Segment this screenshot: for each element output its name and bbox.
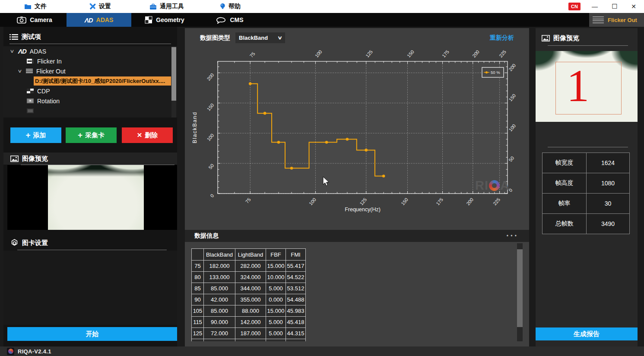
capture-card-button[interactable]: + 采集卡 [66, 127, 117, 143]
tree-item-flicker-out[interactable]: ∨ Flicker Out [3, 66, 177, 76]
col-header-lightband: LightBand [235, 249, 266, 261]
adas-logo-icon: ΛD [18, 48, 26, 55]
data-info-title: 数据信息 [194, 232, 219, 240]
menu-tools[interactable]: 通用工具 [149, 0, 184, 13]
tab-geometry[interactable]: Geometry [132, 13, 197, 27]
tab-adas[interactable]: ΛD ADAS [67, 13, 131, 27]
status-bar: RIQA-V2.4.1 [0, 346, 644, 356]
cell: 54.488 [286, 294, 306, 305]
menu-file[interactable]: 文件 [24, 0, 47, 13]
table-row[interactable]: 12572.000187.0005.00044.315 [192, 328, 306, 339]
menu-settings[interactable]: 设置 [89, 0, 111, 13]
cell: 355.000 [235, 294, 266, 305]
chart-settings-panel [3, 251, 177, 325]
tree-item-flicker-in[interactable]: Flicker In [3, 56, 177, 66]
table-row[interactable]: 9042.000355.0000.00054.488 [192, 294, 306, 305]
cell: 53.512 [286, 283, 306, 294]
tab-geometry-label: Geometry [156, 16, 184, 23]
cdp-icon [27, 89, 34, 93]
start-button[interactable]: 开始 [7, 327, 177, 341]
cell: 5.000 [266, 317, 286, 328]
help-icon [220, 3, 225, 10]
chart-settings-header: 图卡设置 [3, 237, 177, 249]
svg-text:Frequency(Hz): Frequency(Hz) [345, 207, 381, 213]
tree-item-adas[interactable]: ∨ ΛD ADAS [3, 46, 177, 56]
chart-controls: 数据图类型 BlackBand ∨ 重新分析 [185, 32, 529, 44]
detail-label: 帧宽度 [542, 153, 587, 173]
chevron-down-icon[interactable]: ∨ [9, 48, 16, 54]
detail-row: 总帧数 3490 [542, 214, 630, 234]
selected-path-chip[interactable]: D:/测试图/测试图卡/10_感知P2020/FlickerOut/xx.... [34, 76, 171, 86]
col-header [192, 249, 204, 261]
cell: 5.000 [266, 328, 286, 339]
image-preview-header: 图像预览 [3, 153, 177, 165]
menu-help[interactable]: 帮助 [220, 0, 241, 13]
tree-item-rotation-label: Rotation [37, 98, 60, 105]
more-options-icon[interactable]: • • • [507, 233, 517, 239]
chart-type-select[interactable]: BlackBand ∨ [235, 32, 285, 43]
divider [10, 44, 171, 44]
add-button[interactable]: + 添加 [10, 127, 61, 143]
minimize-button[interactable]: — [587, 0, 602, 13]
tree-item-partial[interactable] [3, 116, 177, 118]
chevron-down-icon[interactable]: ∨ [16, 68, 24, 74]
table-row[interactable]: 75182.000282.00015.00055.417 [192, 261, 306, 272]
table-row[interactable]: 11590.000142.0005.00045.418 [192, 317, 306, 328]
cell: 142.000 [235, 317, 266, 328]
delete-button[interactable]: ✕ 删除 [122, 127, 173, 143]
tab-camera-label: Camera [30, 16, 52, 23]
detail-value: 30 [587, 194, 630, 214]
cell: 90 [192, 294, 204, 305]
reanalyze-link[interactable]: 重新分析 [490, 34, 514, 42]
capture-card-button-label: 采集卡 [85, 131, 105, 140]
list-icon [10, 34, 18, 40]
table-row[interactable]: 10585.00088.00015.00045.983 [192, 305, 306, 317]
cell: 42.000 [204, 294, 235, 305]
cell: 80 [192, 272, 204, 283]
tree-item-selected-path[interactable]: D:/测试图/测试图卡/10_感知P2020/FlickerOut/xx.... [3, 76, 177, 86]
gear-icon [10, 239, 19, 247]
tree-scrollbar[interactable] [171, 46, 176, 118]
camera-icon [17, 16, 26, 24]
table-scrollbar[interactable] [517, 243, 523, 341]
riqa-q-logo [489, 180, 500, 191]
image-icon [542, 35, 550, 41]
table-row[interactable]: 80133.000324.00010.00054.522 [192, 272, 306, 283]
tree-item-moving[interactable] [3, 106, 177, 116]
folder-icon [24, 3, 32, 10]
detail-value: 1080 [587, 173, 630, 194]
tree-scrollbar-thumb[interactable] [171, 47, 176, 101]
menu-file-label: 文件 [35, 3, 47, 10]
cell: 105 [192, 305, 204, 317]
chevron-down-icon: ∨ [277, 35, 282, 41]
language-badge[interactable]: CN [568, 3, 581, 10]
maximize-button[interactable]: ☐ [607, 0, 622, 13]
frame-number: 1 [561, 60, 595, 111]
chart-canvas[interactable]: 7575100100125125150150175175200200225225… [185, 28, 529, 229]
right-preview-title: 图像预览 [553, 34, 579, 42]
cell: 125 [192, 328, 204, 339]
table-row[interactable]: 8585.000344.0005.00053.512 [192, 283, 306, 294]
plus-icon: + [25, 130, 30, 140]
right-panel: 图像预览 1 详细信息 帧宽度 1624 帧高度 1080 帧率 30 总帧数 … [536, 28, 638, 348]
cell: 44.315 [286, 328, 306, 339]
riqa-watermark: RIA [475, 178, 510, 193]
cell [235, 339, 266, 342]
tree-item-cdp[interactable]: CDP [3, 86, 177, 96]
tab-cms[interactable]: CMS [198, 13, 262, 27]
tree-item-rotation[interactable]: Rotation [3, 96, 177, 106]
cell: 90.000 [204, 317, 235, 328]
table-scrollbar-thumb[interactable] [517, 249, 523, 327]
table-row-partial [192, 339, 306, 342]
close-button[interactable]: ✕ [626, 0, 641, 13]
col-header-blackband: BlackBand [204, 249, 235, 261]
test-items-header: 测试项 [10, 33, 177, 41]
col-header-fbf: FBF [266, 249, 286, 261]
cell: 10.000 [266, 272, 286, 283]
cell: 55.417 [286, 261, 306, 272]
image-icon [10, 156, 19, 162]
cell: 133.000 [204, 272, 235, 283]
current-test-indicator[interactable]: Flicker Out [589, 13, 644, 27]
generate-report-button[interactable]: 生成报告 [536, 327, 638, 340]
tab-camera[interactable]: Camera [3, 13, 66, 27]
